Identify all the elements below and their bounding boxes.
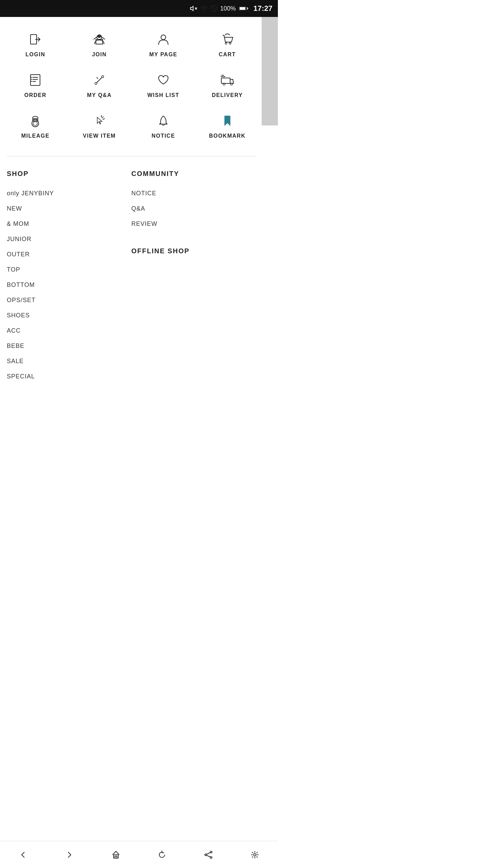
- shop-item-only-jenybiny[interactable]: only JENYBINY: [7, 186, 131, 201]
- shop-item-bebe[interactable]: BEBE: [7, 338, 131, 354]
- community-item-review[interactable]: REVIEW: [131, 216, 256, 232]
- svg-point-15: [225, 43, 227, 44]
- status-time: 17:27: [253, 4, 272, 13]
- community-column: COMMUNITY NOTICE Q&A REVIEW OFFLINE SHOP: [131, 166, 256, 384]
- wishlist-label: WISH LIST: [147, 92, 179, 98]
- svg-point-22: [31, 77, 32, 78]
- login-icon: [26, 31, 44, 48]
- community-title: COMMUNITY: [131, 170, 256, 178]
- offline-shop-title: OFFLINE SHOP: [131, 247, 256, 255]
- myqa-cell[interactable]: MY Q&A: [67, 64, 131, 105]
- svg-point-14: [161, 35, 166, 40]
- shop-column: SHOP only JENYBINY NEW & MOM JUNIOR OUTE…: [7, 166, 131, 384]
- delivery-icon: [219, 71, 236, 89]
- mileage-cell[interactable]: MILEAGE: [3, 105, 67, 146]
- delivery-cell[interactable]: DELIVERY: [195, 64, 259, 105]
- cart-icon: [219, 31, 236, 48]
- mileage-label: MILEAGE: [21, 133, 49, 139]
- community-item-notice[interactable]: NOTICE: [131, 186, 256, 201]
- cart-cell[interactable]: CART: [195, 24, 259, 64]
- notice-icon: [155, 112, 172, 130]
- join-cell[interactable]: JOIN: [67, 24, 131, 64]
- shop-item-sale[interactable]: SALE: [7, 354, 131, 369]
- shop-item-special[interactable]: SPECIAL: [7, 369, 131, 384]
- shop-item-outer[interactable]: OUTER: [7, 247, 131, 262]
- viewitem-label: VIEW ITEM: [83, 133, 116, 139]
- myqa-icon: [90, 71, 108, 89]
- menu-section: SHOP only JENYBINY NEW & MOM JUNIOR OUTE…: [0, 163, 263, 391]
- mypage-cell[interactable]: MY PAGE: [131, 24, 196, 64]
- battery-level: 100%: [220, 5, 236, 12]
- login-label: LOGIN: [25, 52, 45, 58]
- svg-point-28: [102, 76, 104, 78]
- status-icons: 100% 17:27: [190, 4, 272, 13]
- community-item-qa[interactable]: Q&A: [131, 201, 256, 216]
- shop-item-acc[interactable]: ACC: [7, 323, 131, 338]
- wishlist-cell[interactable]: WISH LIST: [131, 64, 196, 105]
- shop-item-mom[interactable]: & MOM: [7, 216, 131, 232]
- right-panel: [262, 17, 278, 125]
- svg-line-39: [103, 119, 105, 119]
- viewitem-cell[interactable]: VIEW ITEM: [67, 105, 131, 146]
- join-icon: [90, 31, 108, 48]
- wishlist-icon: [155, 71, 172, 89]
- svg-rect-29: [221, 78, 230, 83]
- section-divider: [7, 156, 256, 156]
- svg-rect-7: [239, 7, 246, 10]
- shop-item-top[interactable]: TOP: [7, 262, 131, 277]
- order-cell[interactable]: ORDER: [3, 64, 67, 105]
- join-label: JOIN: [92, 52, 106, 58]
- shop-item-opsset[interactable]: OPS/SET: [7, 293, 131, 308]
- notice-cell[interactable]: NOTICE: [131, 105, 196, 146]
- svg-point-24: [31, 81, 32, 82]
- bookmark-cell[interactable]: BOOKMARK: [195, 105, 259, 146]
- shop-item-shoes[interactable]: SHOES: [7, 308, 131, 323]
- shop-item-new[interactable]: NEW: [7, 201, 131, 216]
- delivery-label: DELIVERY: [212, 92, 243, 98]
- svg-marker-0: [190, 6, 193, 11]
- main-content: LOGIN JOIN: [0, 17, 263, 485]
- svg-line-5: [211, 6, 216, 11]
- order-icon: [26, 71, 44, 89]
- shop-item-bottom[interactable]: BOTTOM: [7, 277, 131, 293]
- myqa-label: MY Q&A: [87, 92, 112, 98]
- mypage-label: MY PAGE: [149, 52, 177, 58]
- shop-item-junior[interactable]: JUNIOR: [7, 232, 131, 247]
- login-cell[interactable]: LOGIN: [3, 24, 67, 64]
- bookmark-icon: [219, 112, 236, 130]
- cart-label: CART: [219, 52, 236, 58]
- svg-point-3: [203, 11, 204, 11]
- notice-label: NOTICE: [151, 133, 175, 139]
- viewitem-icon: [90, 112, 108, 130]
- order-label: ORDER: [24, 92, 46, 98]
- svg-point-27: [95, 82, 97, 84]
- svg-line-26: [97, 77, 98, 79]
- svg-point-23: [31, 79, 32, 80]
- mileage-icon: [26, 112, 44, 130]
- status-bar: 100% 17:27: [0, 0, 278, 17]
- mypage-icon: [155, 31, 172, 48]
- shop-title: SHOP: [7, 170, 131, 178]
- icon-grid: LOGIN JOIN: [0, 17, 263, 149]
- svg-point-16: [229, 43, 231, 44]
- bookmark-label: BOOKMARK: [209, 133, 246, 139]
- svg-rect-17: [30, 75, 40, 85]
- svg-line-38: [102, 117, 103, 118]
